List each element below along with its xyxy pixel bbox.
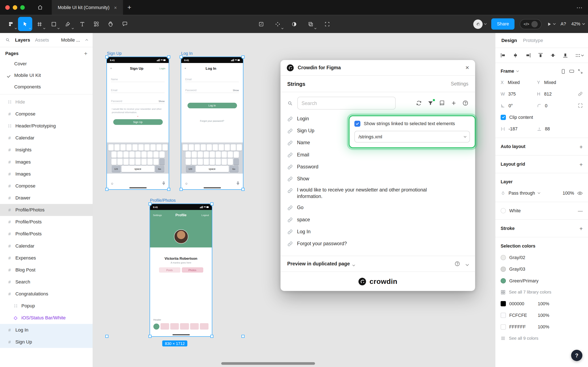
hand-tool[interactable]: [103, 17, 118, 31]
text-field[interactable]: Email: [111, 86, 165, 93]
selection-handle[interactable]: [149, 335, 151, 338]
emoji-icon[interactable]: ☺: [185, 182, 188, 185]
keyboard-key[interactable]: [123, 158, 128, 165]
keyboard-key[interactable]: [150, 144, 155, 150]
boolean-groups-button[interactable]: [303, 17, 318, 31]
tab-assets[interactable]: Assets: [35, 37, 49, 43]
close-dialog-icon[interactable]: ×: [465, 64, 469, 71]
checkbox-checked-icon[interactable]: [501, 115, 506, 120]
keyboard-key[interactable]: [120, 144, 125, 150]
resize-to-fit-button[interactable]: [578, 69, 583, 74]
abs-x-field[interactable]: -187: [501, 126, 537, 131]
tab-settings[interactable]: Settings: [451, 81, 468, 87]
align-bottom-button[interactable]: [563, 52, 568, 58]
layer-item[interactable]: Profile/Photos: [0, 204, 92, 216]
selection-handle[interactable]: [242, 55, 244, 58]
layer-item[interactable]: Images: [0, 156, 92, 168]
text-field[interactable]: Password Show: [111, 97, 165, 104]
string-row[interactable]: I would like to receive your newsletter …: [287, 185, 469, 202]
keyboard-key[interactable]: [225, 144, 230, 150]
create-component-button[interactable]: [270, 17, 285, 31]
photo-thumb[interactable]: [170, 323, 179, 329]
layer-item[interactable]: Blog Post: [0, 264, 92, 276]
tab-photos[interactable]: Photos: [182, 267, 203, 273]
layer-item[interactable]: iOS/Status Bar/White: [0, 312, 92, 324]
keyboard-key[interactable]: [209, 158, 215, 165]
layer-item[interactable]: Calendar: [0, 132, 92, 144]
stroke-header[interactable]: Stroke +: [501, 223, 583, 234]
layer-item[interactable]: Header/Prototyping: [0, 120, 92, 132]
show-linked-option[interactable]: Show strings linked to selected text ele…: [354, 121, 470, 127]
keyboard-key[interactable]: [117, 151, 122, 158]
hex-color-row[interactable]: FFFFFF 100%: [501, 321, 583, 333]
close-tab-icon[interactable]: ×: [114, 5, 117, 10]
keyboard-key[interactable]: [159, 151, 164, 158]
keyboard-key[interactable]: [126, 144, 131, 150]
horizontal-scrollbar[interactable]: [221, 362, 315, 365]
align-vertical-center-button[interactable]: [550, 52, 556, 58]
keyboard-key-go[interactable]: Go: [155, 166, 164, 172]
present-button[interactable]: [547, 22, 555, 26]
clip-content-row[interactable]: Clip content: [501, 111, 583, 123]
shape-tool[interactable]: [46, 17, 61, 31]
color-swatch[interactable]: [501, 267, 506, 272]
keyboard-key[interactable]: [197, 151, 203, 158]
rotation-field[interactable]: 0°: [501, 103, 537, 108]
keyboard-key[interactable]: [159, 158, 164, 165]
text-tool[interactable]: [75, 17, 89, 31]
keyboard-key[interactable]: [215, 158, 221, 165]
keyboard-key[interactable]: [147, 151, 152, 158]
keyboard-key[interactable]: [230, 144, 236, 150]
width-field[interactable]: W 375: [501, 91, 537, 97]
x-position-field[interactable]: X Mixed: [501, 80, 537, 85]
selection-handle[interactable]: [149, 202, 151, 205]
chevron-down-icon[interactable]: [353, 260, 354, 267]
preview-toggle-label[interactable]: Preview in duplicated page: [287, 261, 350, 267]
add-layout-grid-button[interactable]: +: [580, 161, 583, 167]
keyboard-key[interactable]: [153, 151, 158, 158]
string-row[interactable]: space: [287, 214, 469, 226]
thumb-avatar[interactable]: [153, 323, 160, 329]
text-field[interactable]: Password Show: [185, 86, 239, 93]
close-icon[interactable]: ×: [185, 67, 190, 70]
auto-layout-header[interactable]: Auto layout +: [501, 141, 583, 152]
keyboard-key[interactable]: [236, 144, 242, 150]
login-link[interactable]: Login: [158, 67, 166, 70]
landscape-preset-button[interactable]: [569, 69, 574, 74]
main-menu-button[interactable]: [4, 17, 18, 31]
height-field[interactable]: H 812: [537, 91, 573, 97]
dialog-header[interactable]: Crowdin for Figma ×: [281, 60, 475, 76]
layer-item[interactable]: Log In: [0, 324, 92, 336]
keyboard-key[interactable]: [200, 144, 206, 150]
selection-handle[interactable]: [105, 188, 108, 191]
keyboard-key[interactable]: [227, 151, 233, 158]
pen-tool[interactable]: [61, 17, 75, 31]
selection-handle[interactable]: [210, 202, 213, 205]
tab-design[interactable]: Design: [501, 38, 517, 43]
hex-color-row[interactable]: FCFCFE 100%: [501, 309, 583, 321]
keyboard-key[interactable]: [221, 151, 227, 158]
keyboard-key[interactable]: [185, 158, 191, 165]
color-swatch[interactable]: [501, 255, 506, 260]
keyboard-key-space[interactable]: space: [121, 166, 154, 172]
align-left-button[interactable]: [500, 52, 506, 58]
layer-item[interactable]: Compose: [0, 180, 92, 192]
keyboard-key[interactable]: [221, 158, 227, 165]
file-tab[interactable]: Mobile UI kit (Community) ×: [52, 0, 123, 15]
photo-thumb[interactable]: [180, 323, 189, 329]
keyboard-key[interactable]: [141, 151, 146, 158]
use-as-mask-button[interactable]: [287, 17, 301, 31]
keyboard-key[interactable]: [194, 144, 200, 150]
align-horizontal-center-button[interactable]: [513, 52, 519, 58]
corner-radius-field[interactable]: 0: [537, 103, 573, 108]
photo-thumb[interactable]: [190, 323, 199, 329]
keyboard-key[interactable]: [234, 151, 239, 158]
tab-current-page[interactable]: Mobile ...: [61, 37, 80, 43]
keyboard-key[interactable]: [162, 144, 167, 150]
field-action[interactable]: Show: [233, 89, 239, 92]
field-action[interactable]: Show: [159, 100, 165, 102]
layer-item[interactable]: Profile/Posts: [0, 216, 92, 228]
portrait-preset-button[interactable]: [561, 69, 565, 74]
selection-handle[interactable]: [105, 55, 108, 58]
keyboard-key[interactable]: [192, 158, 197, 165]
